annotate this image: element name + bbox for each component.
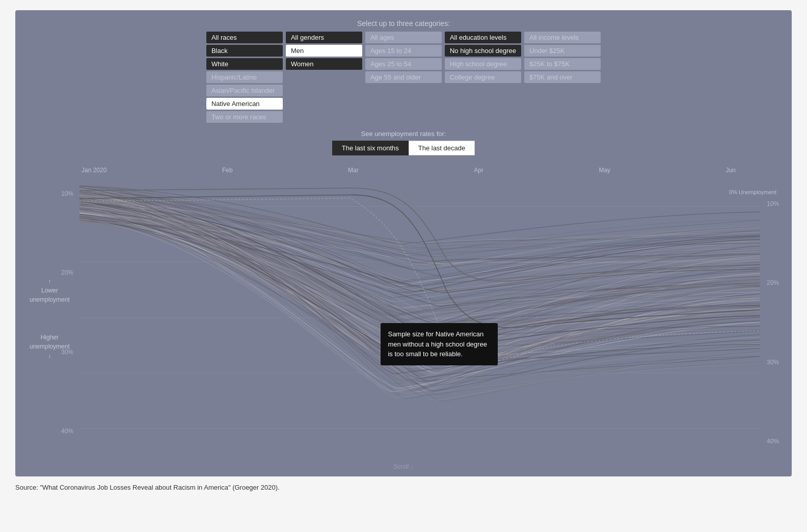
y-right-10: 10% [767, 200, 779, 207]
gender-all-btn[interactable]: All genders [286, 32, 362, 43]
higher-text: Higherunemployment [30, 334, 70, 350]
income-under25-btn[interactable]: Under $25K [524, 45, 601, 57]
age-55-older-btn[interactable]: Age 55 and older [365, 71, 442, 83]
edu-no-hs-btn[interactable]: No high school degree [445, 45, 521, 57]
age-25-54-btn[interactable]: Ages 25 to 54 [365, 58, 442, 70]
higher-unemployment-label: Higherunemployment↓ [30, 333, 70, 360]
lower-text: Lowerunemployment [30, 287, 70, 303]
race-all-races-btn[interactable]: All races [206, 32, 283, 43]
y-right-40: 40% [767, 438, 779, 445]
age-all-btn[interactable]: All ages [365, 32, 442, 43]
income-25-75-btn[interactable]: $25K to $75K [524, 58, 601, 70]
y-axis-left: 10% 20% 30% 40% [61, 190, 73, 435]
gender-group: All genders Men Women [286, 32, 362, 123]
category-groups: All races Black White Hispanic/Latino As… [206, 32, 601, 123]
income-group: All income levels Under $25K $25K to $75… [524, 32, 601, 123]
time-buttons: The last six months The last decade [332, 141, 475, 155]
y-axis-right: 10% 20% 30% 40% [767, 200, 779, 445]
income-all-btn[interactable]: All income levels [524, 32, 601, 43]
chart-container: Select up to three categories: All races… [15, 10, 792, 476]
x-label-mar: Mar [348, 167, 359, 174]
chart-area: 0% Unemployment 10% 20% 30% 40% 10% 20% … [25, 175, 782, 460]
race-two-races-btn[interactable]: Two or more races [206, 111, 283, 123]
source-line: Source: "What Coronavirus Job Losses Rev… [15, 484, 792, 491]
education-group: All education levels No high school degr… [445, 32, 521, 123]
controls-area: Select up to three categories: All races… [25, 19, 782, 162]
gender-women-btn[interactable]: Women [286, 58, 362, 70]
outer-container: Select up to three categories: All races… [0, 0, 807, 501]
y-left-20: 20% [61, 269, 73, 276]
x-label-may: May [599, 167, 610, 174]
time-controls-label: See unemployment rates for: [361, 130, 446, 138]
edu-college-btn[interactable]: College degree [445, 71, 521, 83]
age-15-24-btn[interactable]: Ages 15 to 24 [365, 45, 442, 57]
time-six-months-btn[interactable]: The last six months [332, 141, 409, 155]
x-label-jun: Jun [726, 167, 736, 174]
zero-pct-label: 0% Unemployment [729, 189, 776, 195]
gender-men-btn[interactable]: Men [286, 45, 362, 57]
race-group: All races Black White Hispanic/Latino As… [206, 32, 283, 123]
race-hispanic-btn[interactable]: Hispanic/Latino [206, 71, 283, 83]
income-75over-btn[interactable]: $75K and over [524, 71, 601, 83]
select-label: Select up to three categories: [357, 19, 450, 28]
y-right-30: 30% [767, 359, 779, 366]
time-decade-btn[interactable]: The last decade [409, 141, 475, 155]
edu-hs-btn[interactable]: High school degree [445, 58, 521, 70]
age-group: All ages Ages 15 to 24 Ages 25 to 54 Age… [365, 32, 442, 123]
y-left-40: 40% [61, 428, 73, 435]
race-black-btn[interactable]: Black [206, 45, 283, 57]
x-label-jan: Jan 2020 [82, 167, 106, 174]
race-white-btn[interactable]: White [206, 58, 283, 70]
x-axis-labels: Jan 2020 Feb Mar Apr May Jun [25, 167, 782, 174]
race-native-btn[interactable]: Native American [206, 98, 283, 110]
lower-unemployment-label: ↑Lowerunemployment [30, 277, 70, 304]
edu-all-btn[interactable]: All education levels [445, 32, 521, 43]
source-text: Source: "What Coronavirus Job Losses Rev… [15, 484, 280, 491]
y-right-20: 20% [767, 279, 779, 286]
tooltip-text: Sample size for Native American men with… [388, 330, 487, 358]
chart-svg [25, 175, 782, 460]
time-controls: See unemployment rates for: The last six… [332, 130, 475, 155]
x-label-apr: Apr [474, 167, 483, 174]
scroll-indicator: Scroll ↓ [25, 460, 782, 471]
x-label-feb: Feb [222, 167, 233, 174]
race-asian-btn[interactable]: Asian/Pacific Islander [206, 85, 283, 96]
scroll-label: Scroll ↓ [393, 463, 413, 470]
y-left-10: 10% [61, 190, 73, 197]
tooltip-box: Sample size for Native American men with… [381, 323, 498, 365]
